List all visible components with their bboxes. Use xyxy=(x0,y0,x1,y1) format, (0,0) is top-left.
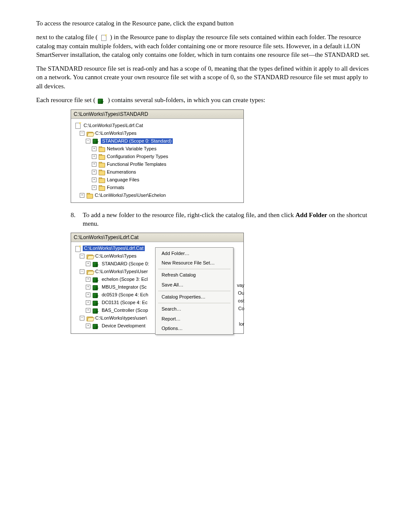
tree-row[interactable]: + Configuration Property Types xyxy=(74,152,241,160)
cropped-text: Ou xyxy=(238,290,244,296)
menu-item-refresh[interactable]: Refresh Catalog xyxy=(156,270,232,280)
expander-plus-icon[interactable]: + xyxy=(86,300,90,305)
expander-minus-icon[interactable]: − xyxy=(80,131,84,136)
text: To add a new folder to the resource file… xyxy=(83,212,296,218)
resource-panel-1: C:\LonWorks\Types\STANDARD C:\LonWorks\T… xyxy=(71,109,244,203)
expander-minus-icon[interactable]: − xyxy=(80,316,84,320)
tree-label: C:\LonWorks\Types\User xyxy=(94,269,149,274)
catalog-icon xyxy=(100,34,107,40)
tree-label: MBUS_Integrator (Sc xyxy=(101,284,148,290)
expander-plus-icon[interactable]: + xyxy=(92,154,97,159)
tree-row[interactable]: + Language Files xyxy=(74,176,241,184)
tree-label: C:\LonWorks\types\user\ xyxy=(94,315,148,321)
expander-plus-icon[interactable]: + xyxy=(80,193,84,198)
cropped-text: lor xyxy=(239,321,244,327)
tree-label: Language Files xyxy=(106,177,140,183)
expander-plus-icon[interactable]: + xyxy=(92,177,97,182)
tree-label: C:\LonWorks\Types xyxy=(94,253,137,259)
menu-item-search[interactable]: Search… xyxy=(156,304,232,314)
folder-open-icon xyxy=(87,269,93,274)
resource-set-icon xyxy=(93,138,100,143)
text: next to the catalog file ( xyxy=(36,34,98,40)
cropped-text: vay xyxy=(237,282,244,289)
tree-row-resource-set[interactable]: − STANDARD (Scope 0: Standard) xyxy=(74,137,241,145)
paragraph-1: To access the resource catalog in the Re… xyxy=(36,19,375,28)
folder-closed-icon xyxy=(99,162,105,167)
step-number: 8. xyxy=(71,211,83,228)
resource-set-icon xyxy=(93,324,100,329)
tree-row[interactable]: + Enumerations xyxy=(74,168,241,176)
expander-plus-icon[interactable]: + xyxy=(92,162,97,167)
tree-row[interactable]: + Functional Profile Templates xyxy=(74,160,241,168)
tree-label: STANDARD (Scope 0: xyxy=(101,261,150,267)
menu-item-report[interactable]: Report… xyxy=(156,314,232,324)
instruction-step-8: 8. To add a new folder to the resource f… xyxy=(71,211,375,228)
resource-set-icon xyxy=(93,285,100,290)
tree-row[interactable]: + Formats xyxy=(74,184,241,191)
tree-label: Formats xyxy=(106,185,125,190)
bold-text: Add Folder xyxy=(296,212,327,218)
expander-minus-icon[interactable]: − xyxy=(86,139,90,143)
tree-view: C:\LonWorks\Types\Ldrf.Cat − C:\LonWorks… xyxy=(71,119,243,202)
menu-item-add-folder[interactable]: Add Folder… xyxy=(156,249,232,258)
menu-separator xyxy=(158,303,230,303)
tree-label: C:\LonWorks\Types\User\Echelon xyxy=(94,193,167,198)
tree-label: BAS_Controller (Scop xyxy=(101,308,149,313)
text: The STANDARD resource file set is read-o… xyxy=(36,65,369,90)
tree-row-folder[interactable]: + C:\LonWorks\Types\User\Echelon xyxy=(74,191,241,199)
tree-row-catalog[interactable]: C:\LonWorks\Types\Ldrf.Cat xyxy=(74,121,241,129)
folder-closed-icon xyxy=(99,170,105,174)
menu-item-save-all[interactable]: Save All… xyxy=(156,280,232,290)
expander-plus-icon[interactable]: + xyxy=(86,261,90,266)
context-menu: Add Folder… New Resource File Set… Refre… xyxy=(155,247,234,335)
expander-plus-icon[interactable]: + xyxy=(92,185,97,190)
folder-closed-icon xyxy=(99,146,105,151)
expander-minus-icon[interactable]: − xyxy=(80,254,84,258)
folder-closed-icon xyxy=(99,177,105,182)
tree-label: Device Development xyxy=(101,323,146,329)
menu-item-new-set[interactable]: New Resource File Set… xyxy=(156,258,232,268)
menu-separator xyxy=(158,291,230,291)
text: Each resource file set ( xyxy=(36,96,95,103)
tree-label: dc0519 (Scope 4: Ech xyxy=(101,292,149,298)
text: To access the resource catalog in the Re… xyxy=(36,20,234,27)
folder-open-icon xyxy=(87,254,93,258)
catalog-icon xyxy=(75,246,81,252)
expander-minus-icon[interactable]: − xyxy=(80,269,84,274)
resource-set-icon xyxy=(98,98,105,103)
expander-plus-icon[interactable]: + xyxy=(86,324,90,328)
panel-header: C:\LonWorks\Types\Ldrf.Cat xyxy=(71,233,243,242)
paragraph-1b: next to the catalog file ( ) in the Reso… xyxy=(36,33,375,59)
cropped-text: Co xyxy=(238,305,244,312)
tree-row[interactable]: + Network Variable Types xyxy=(74,145,241,152)
paragraph-3: Each resource file set ( ) contains seve… xyxy=(36,96,375,104)
tree-label: C:\LonWorks\Types\Ldrf.Cat xyxy=(83,123,144,128)
cropped-text: ost xyxy=(238,298,244,304)
tree-label-selected: C:\LonWorks\Types\Ldrf.Cat xyxy=(83,246,145,251)
tree-label: Configuration Property Types xyxy=(106,154,169,159)
tree-label-selected: STANDARD (Scope 0: Standard) xyxy=(101,138,173,144)
paragraph-2: The STANDARD resource file set is read-o… xyxy=(36,64,375,90)
resource-set-icon xyxy=(93,261,100,267)
folder-closed-icon xyxy=(99,185,105,190)
tree-label: Functional Profile Templates xyxy=(106,162,167,167)
tree-label: C:\LonWorks\Types xyxy=(94,131,137,136)
panel-header: C:\LonWorks\Types\STANDARD xyxy=(71,110,243,119)
catalog-icon xyxy=(75,122,81,128)
resource-set-icon xyxy=(93,308,100,313)
folder-closed-icon xyxy=(87,193,93,198)
expander-plus-icon[interactable]: + xyxy=(92,146,97,151)
folder-open-icon xyxy=(87,131,93,136)
expander-plus-icon[interactable]: + xyxy=(86,277,90,282)
text: ) contains several sub-folders, in which… xyxy=(108,96,265,103)
menu-item-catalog-properties[interactable]: Catalog Properties… xyxy=(156,292,232,302)
expander-plus-icon[interactable]: + xyxy=(86,285,90,289)
expander-plus-icon[interactable]: + xyxy=(86,308,90,313)
tree-row-folder[interactable]: − C:\LonWorks\Types xyxy=(74,129,241,137)
menu-item-options[interactable]: Options… xyxy=(156,324,232,333)
tree-label: Network Variable Types xyxy=(106,146,157,152)
folder-closed-icon xyxy=(99,154,105,159)
resource-set-icon xyxy=(93,300,100,305)
expander-plus-icon[interactable]: + xyxy=(86,292,90,297)
expander-plus-icon[interactable]: + xyxy=(92,170,97,174)
